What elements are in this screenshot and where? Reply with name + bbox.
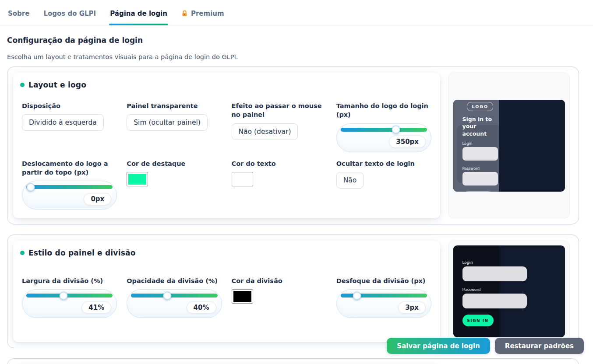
field-label-tamanho-logo: Tamanho do logo do login (px) [336,102,431,119]
login-preview-password-label: Password [462,166,498,171]
slider-largura-divisao[interactable]: 41% [22,289,117,318]
select-painel-transparente[interactable]: Sim (ocultar painel) [127,114,208,131]
slider-desfoque-divisao[interactable]: 3px [336,289,431,318]
slider-deslocamento-logo-thumb[interactable] [26,183,35,191]
slider-largura-divisao-value: 41% [81,301,111,314]
login-preview-logo: LOGO [467,102,493,111]
field-label-cor-divisao: Cor da divisão [232,276,327,285]
slider-largura-divisao-track[interactable] [26,294,113,298]
tab-premium-label: Premium [191,10,224,18]
login-preview-password-input [462,172,498,186]
slider-desfoque-divisao-thumb[interactable] [353,291,361,300]
field-label-cor-destaque: Cor de destaque [127,159,222,168]
division-preview-card: Login Password SIGN IN [448,241,570,342]
division-preview-password-label: Password [462,287,527,292]
slider-desfoque-divisao-value: 3px [398,301,426,314]
slider-deslocamento-logo[interactable]: 0px [22,181,117,210]
select-ocultar-texto[interactable]: Não [336,172,364,189]
save-login-page-button[interactable]: Salvar página de login [387,338,490,354]
field-label-ocultar-texto: Ocultar texto de login [336,159,431,168]
page-subtitle: Escolha um layout e tratamentos visuais … [7,53,586,60]
field-label-disposicao: Disposição [22,102,117,110]
lock-icon [181,10,188,17]
color-swatch-texto [233,174,251,185]
field-desfoque-divisao: Desfoque da divisão (px) 3px [336,276,431,318]
division-preview-login-input [462,266,527,281]
slider-tamanho-logo-thumb[interactable] [392,126,400,134]
field-deslocamento-logo: Deslocamento do logo a partir do topo (p… [22,159,117,210]
color-swatch-divisao [233,291,251,302]
select-disposicao[interactable]: Dividido à esquerda [22,114,104,131]
field-label-deslocamento-logo: Deslocamento do logo a partir do topo (p… [22,159,117,177]
division-preview-login-label: Login [462,260,527,265]
slider-deslocamento-logo-track[interactable] [26,185,113,189]
slider-tamanho-logo[interactable]: 350px [336,123,431,152]
login-preview-panel: LOGO Sign in to your account Login Passw… [453,100,499,192]
field-tamanho-logo: Tamanho do logo do login (px) 350px [336,102,431,152]
color-picker-cor-divisao[interactable] [232,289,253,304]
slider-largura-divisao-thumb[interactable] [59,291,67,300]
field-opacidade-divisao: Opacidade da divisão (%) 40% [127,276,222,318]
tab-logos-glpi[interactable]: Logos do GLPI [42,0,97,25]
field-ocultar-texto: Ocultar texto de login Não [336,159,431,189]
field-cor-texto: Cor do texto [232,159,327,186]
card-estilo-title: Estilo do painel e divisão [28,248,136,257]
field-disposicao: Disposição Dividido à esquerda [22,102,117,131]
color-picker-cor-destaque[interactable] [127,172,148,186]
field-label-largura-divisao: Largura da divisão (%) [22,276,117,285]
login-preview-login-label: Login [462,141,498,146]
slider-opacidade-divisao-track[interactable] [131,294,217,298]
color-picker-cor-texto[interactable] [232,172,253,186]
division-preview-signin-button: SIGN IN [462,315,494,326]
page-title: Configuração da página de login [7,36,586,45]
card-estilo-panel: Estilo do painel e divisão Largura da di… [13,241,440,342]
floating-actions: Salvar página de login Restaurar padrões [387,338,584,354]
select-efeito-hover[interactable]: Não (desativar) [232,123,298,140]
field-label-desfoque-divisao: Desfoque da divisão (px) [336,276,431,285]
field-label-efeito-hover: Efeito ao passar o mouse no painel [232,102,327,119]
card-bullet-icon [20,251,25,255]
division-preview-password-input [462,294,527,308]
field-efeito-hover: Efeito ao passar o mouse no painel Não (… [232,102,327,140]
settings-tabbar: Sobre Logos do GLPI Página de login Prem… [0,0,593,25]
login-preview-card: LOGO Sign in to your account Login Passw… [448,73,570,218]
tab-pagina-login[interactable]: Página de login [109,0,168,25]
slider-opacidade-divisao-value: 40% [187,301,216,314]
slider-opacidade-divisao-thumb[interactable] [163,291,172,300]
division-preview-mini: Login Password SIGN IN [453,245,565,337]
slider-deslocamento-logo-value: 0px [84,193,111,205]
tab-premium[interactable]: Premium [180,0,225,25]
field-label-opacidade-divisao: Opacidade da divisão (%) [127,276,222,285]
login-preview-title: Sign in to your account [462,116,498,138]
field-cor-divisao: Cor da divisão [232,276,327,304]
slider-opacidade-divisao[interactable]: 40% [127,289,222,318]
field-largura-divisao: Largura da divisão (%) 41% [22,276,117,318]
login-preview-login-input [462,147,498,161]
color-swatch-destaque [128,174,146,185]
restore-defaults-button[interactable]: Restaurar padrões [495,338,584,354]
field-label-cor-texto: Cor do texto [232,159,327,168]
card-layout-title: Layout e logo [28,80,86,89]
field-label-painel-transparente: Painel transparente [127,102,222,110]
page-header: Configuração da página de login Escolha … [0,25,593,60]
slider-tamanho-logo-track[interactable] [341,128,427,132]
card-botao: Botão [7,358,579,364]
card-layout-panel: Layout e logo Disposição Dividido à esqu… [13,73,440,218]
tab-sobre[interactable]: Sobre [7,0,30,25]
field-painel-transparente: Painel transparente Sim (ocultar painel) [127,102,222,131]
slider-tamanho-logo-value: 350px [389,136,426,148]
card-bullet-icon [20,83,25,87]
login-preview-mini: LOGO Sign in to your account Login Passw… [453,100,565,192]
slider-desfoque-divisao-track[interactable] [341,294,427,298]
card-layout-e-logo: Layout e logo Disposição Dividido à esqu… [7,66,579,224]
field-cor-destaque: Cor de destaque [127,159,222,186]
card-estilo-painel: Estilo do painel e divisão Largura da di… [7,234,579,348]
